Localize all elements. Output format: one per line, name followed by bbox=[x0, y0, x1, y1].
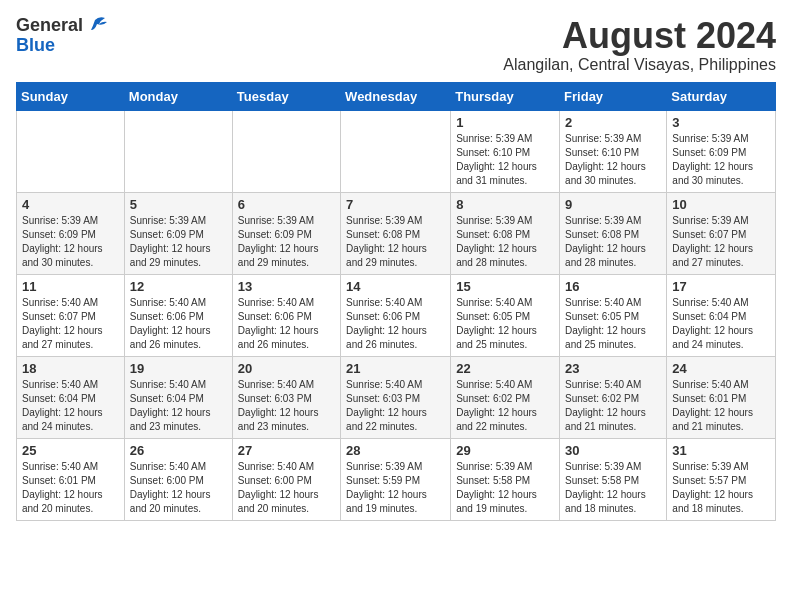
calendar-cell: 7Sunrise: 5:39 AMSunset: 6:08 PMDaylight… bbox=[341, 192, 451, 274]
logo-bird-icon bbox=[85, 16, 107, 34]
calendar-table: SundayMondayTuesdayWednesdayThursdayFrid… bbox=[16, 82, 776, 521]
cell-content: Sunrise: 5:39 AMSunset: 5:58 PMDaylight:… bbox=[565, 460, 661, 516]
cell-content: Sunrise: 5:40 AMSunset: 6:07 PMDaylight:… bbox=[22, 296, 119, 352]
calendar-cell: 13Sunrise: 5:40 AMSunset: 6:06 PMDayligh… bbox=[232, 274, 340, 356]
sub-title: Alangilan, Central Visayas, Philippines bbox=[503, 56, 776, 74]
day-number: 23 bbox=[565, 361, 661, 376]
day-number: 3 bbox=[672, 115, 770, 130]
calendar-header-saturday: Saturday bbox=[667, 82, 776, 110]
day-number: 6 bbox=[238, 197, 335, 212]
calendar-cell: 16Sunrise: 5:40 AMSunset: 6:05 PMDayligh… bbox=[560, 274, 667, 356]
cell-content: Sunrise: 5:40 AMSunset: 6:03 PMDaylight:… bbox=[346, 378, 445, 434]
calendar-cell: 5Sunrise: 5:39 AMSunset: 6:09 PMDaylight… bbox=[124, 192, 232, 274]
day-number: 14 bbox=[346, 279, 445, 294]
calendar-header-sunday: Sunday bbox=[17, 82, 125, 110]
logo: General Blue bbox=[16, 16, 107, 56]
cell-content: Sunrise: 5:40 AMSunset: 6:03 PMDaylight:… bbox=[238, 378, 335, 434]
calendar-cell: 20Sunrise: 5:40 AMSunset: 6:03 PMDayligh… bbox=[232, 356, 340, 438]
day-number: 31 bbox=[672, 443, 770, 458]
calendar-cell: 3Sunrise: 5:39 AMSunset: 6:09 PMDaylight… bbox=[667, 110, 776, 192]
calendar-header-thursday: Thursday bbox=[451, 82, 560, 110]
calendar-cell: 29Sunrise: 5:39 AMSunset: 5:58 PMDayligh… bbox=[451, 438, 560, 520]
calendar-cell: 6Sunrise: 5:39 AMSunset: 6:09 PMDaylight… bbox=[232, 192, 340, 274]
day-number: 29 bbox=[456, 443, 554, 458]
day-number: 8 bbox=[456, 197, 554, 212]
calendar-cell: 23Sunrise: 5:40 AMSunset: 6:02 PMDayligh… bbox=[560, 356, 667, 438]
calendar-cell: 9Sunrise: 5:39 AMSunset: 6:08 PMDaylight… bbox=[560, 192, 667, 274]
day-number: 5 bbox=[130, 197, 227, 212]
calendar-cell: 18Sunrise: 5:40 AMSunset: 6:04 PMDayligh… bbox=[17, 356, 125, 438]
cell-content: Sunrise: 5:40 AMSunset: 6:04 PMDaylight:… bbox=[672, 296, 770, 352]
cell-content: Sunrise: 5:40 AMSunset: 6:04 PMDaylight:… bbox=[22, 378, 119, 434]
calendar-cell bbox=[232, 110, 340, 192]
cell-content: Sunrise: 5:39 AMSunset: 6:09 PMDaylight:… bbox=[672, 132, 770, 188]
day-number: 11 bbox=[22, 279, 119, 294]
calendar-cell: 17Sunrise: 5:40 AMSunset: 6:04 PMDayligh… bbox=[667, 274, 776, 356]
day-number: 30 bbox=[565, 443, 661, 458]
day-number: 12 bbox=[130, 279, 227, 294]
calendar-cell: 19Sunrise: 5:40 AMSunset: 6:04 PMDayligh… bbox=[124, 356, 232, 438]
day-number: 16 bbox=[565, 279, 661, 294]
cell-content: Sunrise: 5:39 AMSunset: 6:08 PMDaylight:… bbox=[346, 214, 445, 270]
day-number: 2 bbox=[565, 115, 661, 130]
day-number: 15 bbox=[456, 279, 554, 294]
cell-content: Sunrise: 5:40 AMSunset: 6:00 PMDaylight:… bbox=[238, 460, 335, 516]
cell-content: Sunrise: 5:40 AMSunset: 6:04 PMDaylight:… bbox=[130, 378, 227, 434]
day-number: 17 bbox=[672, 279, 770, 294]
calendar-cell: 4Sunrise: 5:39 AMSunset: 6:09 PMDaylight… bbox=[17, 192, 125, 274]
calendar-cell: 25Sunrise: 5:40 AMSunset: 6:01 PMDayligh… bbox=[17, 438, 125, 520]
calendar-header-row: SundayMondayTuesdayWednesdayThursdayFrid… bbox=[17, 82, 776, 110]
cell-content: Sunrise: 5:39 AMSunset: 5:58 PMDaylight:… bbox=[456, 460, 554, 516]
calendar-cell: 21Sunrise: 5:40 AMSunset: 6:03 PMDayligh… bbox=[341, 356, 451, 438]
cell-content: Sunrise: 5:39 AMSunset: 6:08 PMDaylight:… bbox=[565, 214, 661, 270]
day-number: 18 bbox=[22, 361, 119, 376]
calendar-cell: 15Sunrise: 5:40 AMSunset: 6:05 PMDayligh… bbox=[451, 274, 560, 356]
calendar-week-row: 25Sunrise: 5:40 AMSunset: 6:01 PMDayligh… bbox=[17, 438, 776, 520]
main-title: August 2024 bbox=[503, 16, 776, 56]
calendar-cell: 27Sunrise: 5:40 AMSunset: 6:00 PMDayligh… bbox=[232, 438, 340, 520]
calendar-header-friday: Friday bbox=[560, 82, 667, 110]
day-number: 9 bbox=[565, 197, 661, 212]
day-number: 24 bbox=[672, 361, 770, 376]
day-number: 26 bbox=[130, 443, 227, 458]
calendar-cell: 11Sunrise: 5:40 AMSunset: 6:07 PMDayligh… bbox=[17, 274, 125, 356]
calendar-cell: 14Sunrise: 5:40 AMSunset: 6:06 PMDayligh… bbox=[341, 274, 451, 356]
cell-content: Sunrise: 5:39 AMSunset: 6:09 PMDaylight:… bbox=[22, 214, 119, 270]
cell-content: Sunrise: 5:40 AMSunset: 6:06 PMDaylight:… bbox=[346, 296, 445, 352]
logo-blue-text: Blue bbox=[16, 36, 107, 56]
cell-content: Sunrise: 5:39 AMSunset: 6:08 PMDaylight:… bbox=[456, 214, 554, 270]
cell-content: Sunrise: 5:39 AMSunset: 6:09 PMDaylight:… bbox=[130, 214, 227, 270]
day-number: 4 bbox=[22, 197, 119, 212]
cell-content: Sunrise: 5:40 AMSunset: 6:01 PMDaylight:… bbox=[672, 378, 770, 434]
day-number: 27 bbox=[238, 443, 335, 458]
calendar-week-row: 1Sunrise: 5:39 AMSunset: 6:10 PMDaylight… bbox=[17, 110, 776, 192]
calendar-cell: 10Sunrise: 5:39 AMSunset: 6:07 PMDayligh… bbox=[667, 192, 776, 274]
page-header: General Blue August 2024 Alangilan, Cent… bbox=[16, 16, 776, 74]
cell-content: Sunrise: 5:40 AMSunset: 6:06 PMDaylight:… bbox=[130, 296, 227, 352]
day-number: 13 bbox=[238, 279, 335, 294]
day-number: 7 bbox=[346, 197, 445, 212]
calendar-week-row: 18Sunrise: 5:40 AMSunset: 6:04 PMDayligh… bbox=[17, 356, 776, 438]
day-number: 10 bbox=[672, 197, 770, 212]
calendar-week-row: 11Sunrise: 5:40 AMSunset: 6:07 PMDayligh… bbox=[17, 274, 776, 356]
day-number: 1 bbox=[456, 115, 554, 130]
day-number: 28 bbox=[346, 443, 445, 458]
cell-content: Sunrise: 5:39 AMSunset: 6:07 PMDaylight:… bbox=[672, 214, 770, 270]
cell-content: Sunrise: 5:40 AMSunset: 6:00 PMDaylight:… bbox=[130, 460, 227, 516]
calendar-cell: 1Sunrise: 5:39 AMSunset: 6:10 PMDaylight… bbox=[451, 110, 560, 192]
title-section: August 2024 Alangilan, Central Visayas, … bbox=[503, 16, 776, 74]
calendar-cell: 30Sunrise: 5:39 AMSunset: 5:58 PMDayligh… bbox=[560, 438, 667, 520]
calendar-week-row: 4Sunrise: 5:39 AMSunset: 6:09 PMDaylight… bbox=[17, 192, 776, 274]
cell-content: Sunrise: 5:40 AMSunset: 6:05 PMDaylight:… bbox=[565, 296, 661, 352]
day-number: 21 bbox=[346, 361, 445, 376]
day-number: 22 bbox=[456, 361, 554, 376]
cell-content: Sunrise: 5:40 AMSunset: 6:05 PMDaylight:… bbox=[456, 296, 554, 352]
cell-content: Sunrise: 5:39 AMSunset: 6:10 PMDaylight:… bbox=[456, 132, 554, 188]
calendar-cell bbox=[17, 110, 125, 192]
cell-content: Sunrise: 5:40 AMSunset: 6:02 PMDaylight:… bbox=[565, 378, 661, 434]
day-number: 20 bbox=[238, 361, 335, 376]
cell-content: Sunrise: 5:40 AMSunset: 6:01 PMDaylight:… bbox=[22, 460, 119, 516]
calendar-cell: 12Sunrise: 5:40 AMSunset: 6:06 PMDayligh… bbox=[124, 274, 232, 356]
calendar-header-wednesday: Wednesday bbox=[341, 82, 451, 110]
cell-content: Sunrise: 5:39 AMSunset: 6:09 PMDaylight:… bbox=[238, 214, 335, 270]
